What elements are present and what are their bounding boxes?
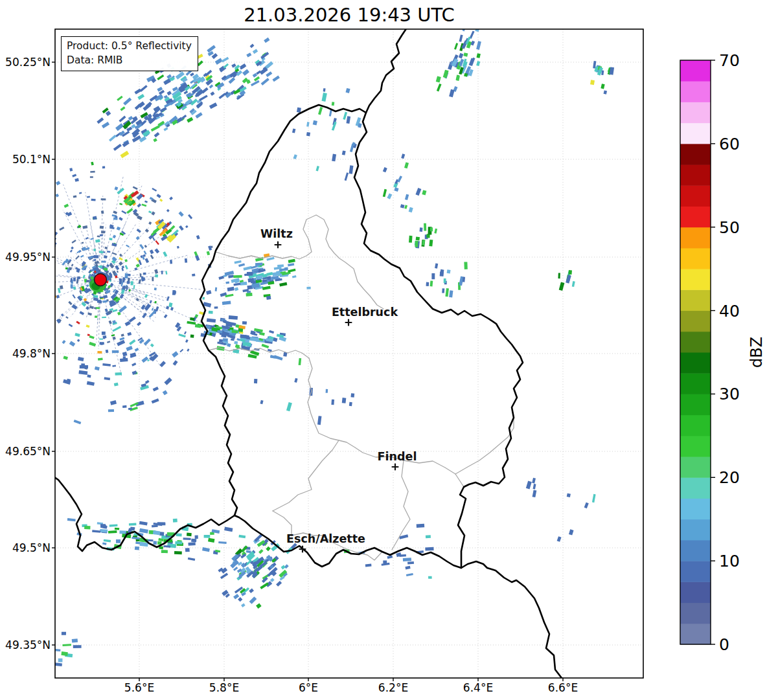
echo-cell — [90, 171, 95, 173]
echo-cell — [99, 338, 103, 339]
echo-cell — [349, 402, 352, 406]
echo-cell — [558, 273, 560, 278]
colorbar-segment — [680, 540, 711, 561]
x-axis-tick-label: 5.6°E — [124, 681, 154, 694]
echo-cell — [242, 342, 251, 346]
echo-cell — [101, 231, 105, 233]
echo-cell — [284, 267, 288, 271]
colorbar-segment — [680, 207, 711, 228]
echo-cell — [161, 271, 163, 275]
echo-cell — [116, 539, 120, 543]
echo-cell — [51, 273, 53, 277]
echo-cell — [94, 255, 99, 258]
echo-cell — [416, 236, 420, 240]
echo-cell — [95, 315, 97, 317]
product-info-line2: Data: RMIB — [67, 53, 192, 67]
echo-cell — [0, 293, 1, 298]
city-label: Wiltz — [260, 227, 293, 240]
echo-cell — [43, 236, 47, 240]
echo-cell — [4, 245, 6, 251]
echo-cell — [173, 519, 177, 523]
colorbar-tick-label: 40 — [719, 301, 740, 320]
echo-cell — [209, 311, 213, 314]
colorbar-tick-label: 0 — [719, 635, 729, 654]
echo-cell — [33, 222, 36, 226]
echo-cell — [152, 277, 154, 281]
colorbar-tick-label: 30 — [719, 385, 740, 403]
echo-cell — [77, 277, 80, 279]
y-axis-tick-label: 50.1°N — [4, 153, 51, 166]
echo-cell — [34, 312, 38, 317]
colorbar-segment — [680, 436, 711, 457]
echo-cell — [567, 493, 571, 497]
colorbar-segment — [680, 123, 711, 144]
echo-cell — [142, 277, 145, 280]
echo-cell — [40, 245, 44, 250]
echo-cell — [440, 272, 444, 277]
echo-cell — [403, 558, 411, 561]
echo-cell — [442, 288, 444, 293]
echo-cell — [90, 176, 93, 178]
echo-cell — [88, 277, 90, 278]
colorbar-segment — [680, 81, 711, 102]
echo-cell — [122, 277, 125, 280]
echo-cell — [40, 333, 44, 337]
echo-cell — [73, 645, 82, 648]
colorbar-segment — [680, 185, 711, 207]
echo-cell — [306, 287, 310, 289]
colorbar-axis-label: dBZ — [748, 337, 766, 368]
echo-cell — [214, 306, 218, 308]
echo-cell — [425, 547, 433, 551]
colorbar-segment — [680, 352, 711, 374]
echo-cell — [161, 550, 168, 553]
echo-cell — [277, 264, 284, 267]
city-label: Esch/Alzette — [286, 532, 365, 545]
echo-cell — [326, 389, 328, 393]
colorbar-tick-label: 20 — [719, 468, 740, 487]
colorbar-segment — [680, 248, 711, 269]
radar-site-dot — [95, 274, 107, 286]
city-label: Ettelbruck — [332, 306, 398, 319]
colorbar-segment — [680, 581, 711, 603]
echo-cell — [28, 240, 32, 244]
echo-cell — [407, 561, 414, 565]
colorbar-tick-label: 50 — [719, 218, 740, 236]
echo-cell — [102, 332, 106, 335]
echo-cell — [332, 102, 335, 106]
echo-cell — [159, 532, 164, 536]
echo-cell — [20, 280, 23, 284]
echo-cell — [97, 351, 102, 354]
echo-cell — [102, 261, 106, 263]
echo-cell — [223, 338, 228, 341]
colorbar-segment — [680, 144, 711, 165]
colorbar-segment — [680, 289, 711, 311]
echo-cell — [38, 230, 40, 232]
echo-cell — [342, 398, 347, 403]
echo-cell — [190, 334, 194, 337]
echo-cell — [109, 238, 113, 240]
echo-cell — [204, 535, 211, 538]
echo-cell — [365, 564, 372, 567]
echo-cell — [100, 342, 104, 345]
colorbar-segment — [680, 269, 711, 290]
echo-cell — [21, 328, 26, 333]
echo-cell — [51, 237, 54, 240]
echo-cell — [350, 393, 354, 397]
echo-cell — [101, 198, 106, 200]
echo-cell — [58, 659, 63, 662]
x-axis-tick-label: 6°E — [299, 681, 318, 694]
colorbar-segment — [680, 102, 711, 123]
colorbar-segment — [680, 415, 711, 436]
echo-cell — [42, 219, 47, 224]
echo-cell — [428, 576, 432, 579]
echo-cell — [100, 524, 106, 526]
colorbar-segment — [680, 624, 711, 645]
echo-cell — [25, 327, 28, 331]
echo-cell — [60, 286, 63, 289]
echo-cell — [426, 535, 431, 538]
echo-cell — [93, 249, 96, 251]
colorbar-segment — [680, 477, 711, 499]
echo-cell — [120, 358, 128, 362]
echo-cell — [590, 80, 595, 85]
echo-cell — [112, 350, 119, 353]
